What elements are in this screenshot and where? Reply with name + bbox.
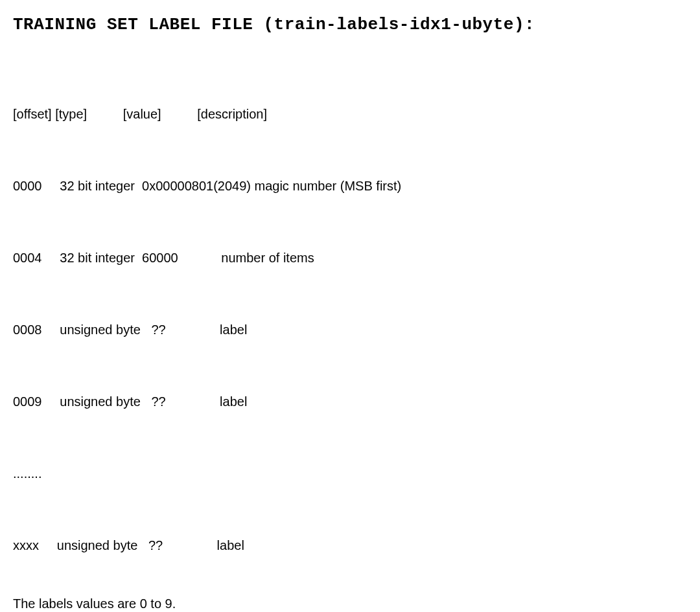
- table-row: xxxx unsigned byte ?? label: [13, 534, 687, 558]
- table-row: 0000 32 bit integer 0x00000801(2049) mag…: [13, 174, 687, 198]
- table-row: ........: [13, 462, 687, 486]
- section1-note: The labels values are 0 to 9.: [13, 593, 687, 612]
- table-row: 0004 32 bit integer 60000 number of item…: [13, 246, 687, 270]
- section1-title: TRAINING SET LABEL FILE (train-labels-id…: [13, 12, 687, 39]
- table-row: 0008 unsigned byte ?? label: [13, 318, 687, 342]
- section1-table: [offset] [type] [value] [description] 00…: [13, 54, 687, 582]
- table-row: 0009 unsigned byte ?? label: [13, 390, 687, 414]
- table-header: [offset] [type] [value] [description]: [13, 102, 687, 126]
